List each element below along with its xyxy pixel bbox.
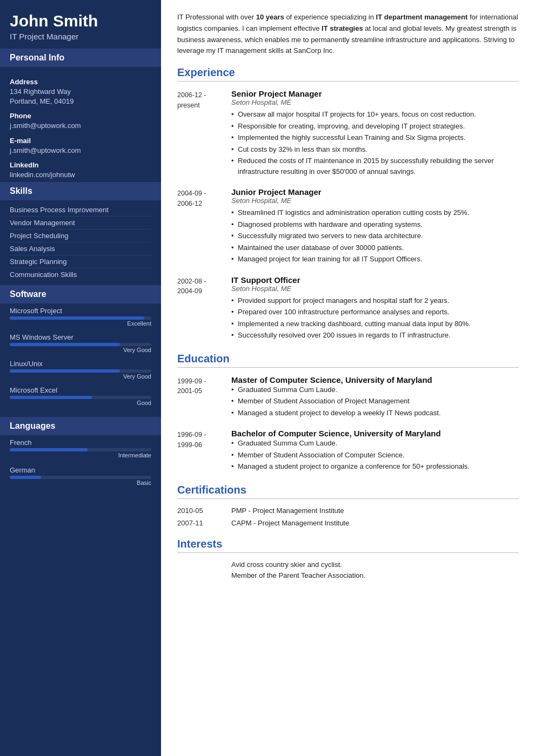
education-entry: 1996-09 -1999-06 Bachelor of Computer Sc… [177, 429, 519, 473]
software-name: MS Windows Server [10, 333, 151, 341]
bullet-item: Successfully migrated two servers to new… [231, 231, 519, 241]
entry-subtitle: Seton Hospital, ME [231, 285, 519, 293]
software-content: Microsoft Project Excellent MS Windows S… [0, 303, 161, 417]
bullet-item: Managed project for lean training for al… [231, 254, 519, 265]
entry-bullets: Graduated Summa Cum Laude. Member of Stu… [231, 384, 519, 418]
skill-item: Vendor Management [10, 217, 151, 230]
summary: IT Professional with over 10 years of ex… [177, 12, 519, 57]
interest-item: Avid cross country skier and cyclist. [231, 561, 519, 569]
bar-container [10, 343, 151, 346]
cert-value: CAPM - Project Management Institute [231, 519, 349, 527]
skill-item: Strategic Planning [10, 255, 151, 268]
personal-info-content: Address 134 Rightward WayPortland, ME, 0… [0, 67, 161, 182]
bar-label: Very Good [10, 373, 151, 380]
software-item: MS Windows Server Very Good [10, 333, 151, 353]
entry-bullets: Oversaw all major hospital IT projects f… [231, 109, 519, 177]
entry-body: Senior Project Manager Seton Hospital, M… [231, 89, 519, 178]
entry-body: IT Support Officer Seton Hospital, ME Pr… [231, 275, 519, 342]
languages-content: French Intermediate German Basic [0, 435, 161, 498]
skill-item: Business Process Improvement [10, 204, 151, 217]
entry-title: Bachelor of Computer Science, University… [231, 429, 519, 438]
language-item: German Basic [10, 466, 151, 486]
bar-container [10, 448, 151, 451]
candidate-job-title: IT Project Manager [10, 32, 151, 41]
bullet-item: Maintained the user database of over 300… [231, 242, 519, 253]
bullet-item: Oversaw all major hospital IT projects f… [231, 109, 519, 120]
skills-list: Business Process Improvement Vendor Mana… [0, 200, 161, 285]
bar-fill [10, 476, 41, 479]
email-value: j.smith@uptowork.com [10, 146, 151, 156]
entry-title: IT Support Officer [231, 275, 519, 285]
linkedin-value: linkedin.com/johnutw [10, 170, 151, 180]
bar-label: Good [10, 400, 151, 406]
entry-date: 1996-09 -1999-06 [177, 429, 231, 473]
language-name: German [10, 466, 151, 474]
education-entry: 1999-09 -2001-05 Master of Computer Scie… [177, 375, 519, 420]
entry-date: 2004-09 -2006-12 [177, 187, 231, 266]
sidebar-header: John Smith IT Project Manager [0, 0, 161, 49]
phone-label: Phone [10, 112, 151, 120]
entry-title: Senior Project Manager [231, 89, 519, 98]
cert-date: 2007-11 [177, 519, 231, 527]
bar-label: Very Good [10, 347, 151, 353]
bar-fill [10, 396, 92, 399]
experience-entry: 2006-12 -present Senior Project Manager … [177, 89, 519, 178]
bullet-item: Cut costs by 32% in less than six months… [231, 144, 519, 155]
entry-subtitle: Seton Hospital, ME [231, 197, 519, 205]
interests-title: Interests [177, 538, 519, 553]
bar-fill [10, 343, 120, 346]
interests-entry: Avid cross country skier and cyclist. Me… [177, 561, 519, 582]
bullet-item: Successfully resolved over 200 issues in… [231, 330, 519, 341]
bullet-item: Streamlined IT logistics and administrat… [231, 207, 519, 218]
bullet-item: Diagnosed problems with hardware and ope… [231, 219, 519, 230]
bullet-item: Graduated Summa Cum Laude. [231, 438, 519, 449]
entry-bullets: Graduated Summa Cum Laude. Member of Stu… [231, 438, 519, 472]
entry-bullets: Provided support for project managers an… [231, 295, 519, 341]
address-label: Address [10, 78, 151, 86]
entry-body: Master of Computer Science, University o… [231, 375, 519, 420]
bar-label: Intermediate [10, 452, 151, 458]
bar-fill [10, 316, 144, 320]
entry-date: 2002-08 -2004-09 [177, 275, 231, 342]
entry-date: 1999-09 -2001-05 [177, 375, 231, 420]
entry-subtitle: Seton Hospital, ME [231, 98, 519, 106]
skill-item: Communication Skills [10, 268, 151, 281]
entry-body: Avid cross country skier and cyclist. Me… [231, 561, 519, 582]
language-item: French Intermediate [10, 438, 151, 458]
software-section-title: Software [0, 285, 161, 303]
software-item: Microsoft Project Excellent [10, 307, 151, 327]
languages-section-title: Languages [0, 417, 161, 435]
skill-item: Project Scheduling [10, 230, 151, 242]
entry-title: Master of Computer Science, University o… [231, 375, 519, 384]
bar-container [10, 369, 151, 373]
cert-date: 2010-05 [177, 507, 231, 515]
cert-row: 2007-11 CAPM - Project Management Instit… [177, 519, 519, 527]
personal-info-section-title: Personal Info [0, 49, 161, 67]
bar-container [10, 476, 151, 479]
skills-section-title: Skills [0, 182, 161, 200]
entry-date: 2006-12 -present [177, 89, 231, 178]
experience-entry: 2004-09 -2006-12 Junior Project Manager … [177, 187, 519, 266]
experience-title: Experience [177, 66, 519, 82]
candidate-name: John Smith [10, 12, 151, 30]
certifications-section: Certifications 2010-05 PMP - Project Man… [177, 484, 519, 527]
software-item: Linux/Unix Very Good [10, 360, 151, 380]
cert-value: PMP - Project Management Institute [231, 507, 344, 515]
bullet-item: Graduated Summa Cum Laude. [231, 384, 519, 395]
bullet-item: Managed a student project to develop a w… [231, 408, 519, 418]
sidebar: John Smith IT Project Manager Personal I… [0, 0, 161, 756]
skill-item: Sales Analysis [10, 242, 151, 255]
bullet-item: Managed a student project to organize a … [231, 461, 519, 472]
bar-fill [10, 448, 88, 451]
phone-value: j.smith@uptowork.com [10, 121, 151, 131]
linkedin-label: LinkedIn [10, 161, 151, 169]
software-item: Microsoft Excel Good [10, 386, 151, 406]
bullet-item: Provided support for project managers an… [231, 295, 519, 306]
entry-bullets: Streamlined IT logistics and administrat… [231, 207, 519, 265]
bullet-item: Reduced the costs of IT maintenance in 2… [231, 156, 519, 177]
bar-label: Basic [10, 480, 151, 486]
education-title: Education [177, 353, 519, 368]
bar-fill [10, 369, 120, 373]
certifications-title: Certifications [177, 484, 519, 499]
entry-date [177, 561, 231, 582]
